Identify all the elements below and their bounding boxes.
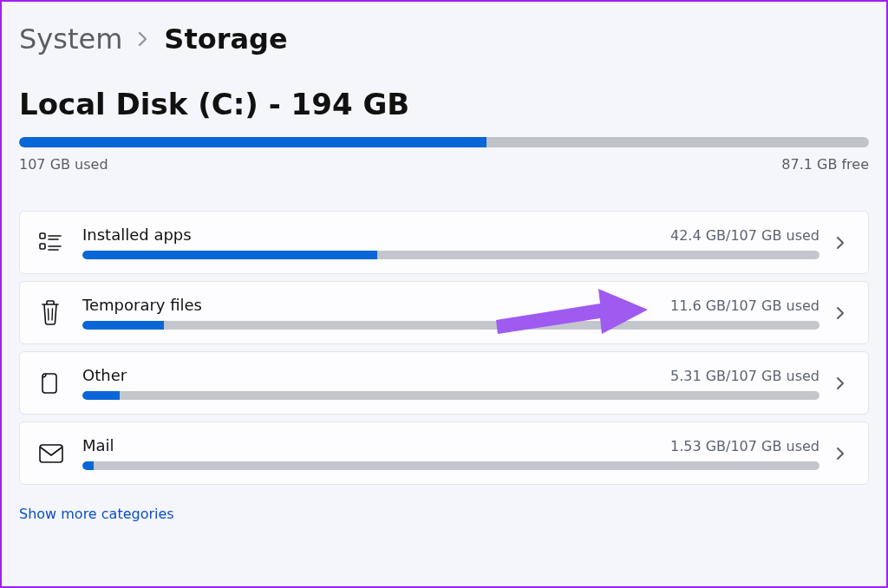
apps-icon	[37, 230, 82, 256]
breadcrumb-current: Storage	[164, 23, 287, 56]
chevron-right-icon	[138, 31, 148, 47]
chevron-right-icon	[819, 305, 861, 321]
category-installed-apps[interactable]: Installed apps 42.4 GB/107 GB used	[19, 211, 869, 274]
category-mail[interactable]: Mail 1.53 GB/107 GB used	[19, 421, 869, 485]
category-usage: 11.6 GB/107 GB used	[670, 297, 819, 314]
category-label: Other	[82, 366, 127, 384]
svg-line-7	[52, 309, 53, 320]
category-fill	[82, 321, 164, 330]
svg-rect-0	[40, 233, 45, 238]
breadcrumb-parent[interactable]: System	[19, 23, 122, 56]
category-other[interactable]: Other 5.31 GB/107 GB used	[19, 351, 869, 415]
disk-usage-fill	[19, 137, 486, 147]
category-list: Installed apps 42.4 GB/107 GB used Tempo…	[19, 211, 869, 485]
category-bar	[82, 321, 819, 330]
breadcrumb: System Storage	[19, 23, 869, 56]
disk-used-label: 107 GB used	[19, 156, 108, 173]
category-usage: 1.53 GB/107 GB used	[670, 438, 819, 454]
mail-icon	[37, 442, 82, 465]
other-icon	[37, 370, 82, 396]
show-more-categories[interactable]: Show more categories	[19, 506, 869, 522]
category-fill	[82, 251, 377, 259]
svg-line-6	[49, 309, 49, 320]
category-fill	[82, 461, 94, 470]
category-label: Installed apps	[82, 225, 192, 244]
category-fill	[82, 391, 120, 400]
disk-title: Local Disk (C:) - 194 GB	[19, 87, 869, 121]
category-temporary-files[interactable]: Temporary files 11.6 GB/107 GB used	[19, 281, 869, 344]
category-bar	[82, 461, 819, 470]
category-label: Mail	[82, 436, 114, 454]
trash-icon	[37, 298, 82, 328]
category-usage: 5.31 GB/107 GB used	[670, 368, 819, 384]
category-label: Temporary files	[82, 296, 202, 314]
chevron-right-icon	[819, 446, 861, 461]
disk-stats: 107 GB used 87.1 GB free	[19, 156, 869, 173]
category-bar	[82, 251, 819, 259]
category-bar	[82, 391, 819, 400]
chevron-right-icon	[819, 235, 861, 251]
category-usage: 42.4 GB/107 GB used	[670, 227, 819, 244]
svg-rect-1	[40, 244, 45, 249]
disk-free-label: 87.1 GB free	[781, 156, 869, 173]
disk-usage-bar	[19, 137, 869, 147]
svg-rect-9	[40, 445, 62, 462]
chevron-right-icon	[819, 376, 861, 391]
